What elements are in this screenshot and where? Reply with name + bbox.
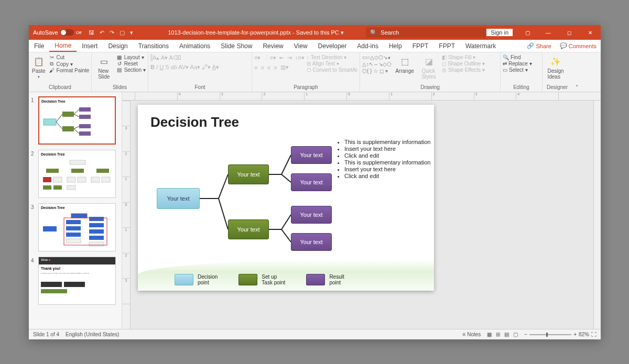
reading-view-icon[interactable]: ▤ (504, 332, 509, 337)
redo-icon[interactable]: ↷ (110, 29, 114, 36)
underline-icon[interactable]: U (159, 64, 164, 70)
decrease-font-icon[interactable]: A▾ (161, 54, 168, 61)
thumbnail-3[interactable]: 3 Decision Tree (38, 203, 118, 251)
cut-button[interactable]: ✂Cut (49, 54, 89, 60)
shadow-icon[interactable]: ab (171, 64, 177, 70)
tab-insert[interactable]: Insert (77, 40, 103, 52)
design-ideas-button[interactable]: ✨Design Ideas (545, 54, 567, 81)
qat-dropdown-icon[interactable]: ▾ (130, 29, 133, 36)
tab-file[interactable]: File (29, 40, 49, 52)
vertical-scrollbar[interactable] (593, 101, 601, 329)
legend[interactable]: Decision point Set up Task point Result … (175, 274, 344, 285)
leaf-node-3[interactable]: Your text (291, 206, 332, 224)
replace-button[interactable]: ⇄ Replace ▾ (503, 61, 532, 67)
tab-design[interactable]: Design (103, 40, 133, 52)
tab-home[interactable]: Home (49, 40, 77, 52)
align-right-icon[interactable]: ≡ (267, 64, 270, 71)
slideshow-view-icon[interactable]: ▢ (513, 332, 518, 337)
highlight-icon[interactable]: 🖍▾ (202, 64, 211, 70)
smartart-button[interactable]: ⬡ Convert to SmartArt ▾ (307, 67, 357, 73)
tab-help[interactable]: Help (384, 40, 407, 52)
indent-right-icon[interactable]: ⇥ (287, 54, 292, 61)
zoom-in-icon[interactable]: + (573, 332, 577, 337)
tab-fppt2[interactable]: FPPT (433, 40, 460, 52)
columns-icon[interactable]: ▥▾ (280, 64, 289, 71)
fit-window-icon[interactable]: ⛶ (591, 332, 597, 337)
tab-view[interactable]: View (289, 40, 313, 52)
justify-icon[interactable]: ≡ (274, 64, 277, 71)
slideshow-icon[interactable]: ▢ (120, 29, 125, 36)
italic-icon[interactable]: I (156, 64, 158, 70)
bullet-item[interactable]: This is supplementary information (344, 139, 430, 145)
maximize-icon[interactable]: ◻ (559, 25, 580, 40)
align-left-icon[interactable]: ≡ (254, 64, 257, 71)
vertical-ruler[interactable]: 3210123 (122, 101, 131, 329)
autosave-toggle[interactable]: AutoSave Off (29, 29, 85, 36)
slide-title[interactable]: Decision Tree (150, 114, 421, 130)
zoom-slider[interactable] (529, 334, 571, 335)
align-text-button[interactable]: ⊟ Align Text ▾ (307, 61, 357, 67)
bullet-item[interactable]: Insert your text here (344, 166, 430, 172)
bullet-item[interactable]: This is supplementary information (344, 159, 430, 166)
tab-transitions[interactable]: Transitions (133, 40, 174, 52)
branch-node-2[interactable]: Your text (228, 219, 269, 239)
slide-canvas[interactable]: Decision Tree Your text Your text Yo (138, 105, 434, 291)
bullet-item[interactable]: Click and edit (344, 152, 430, 159)
paste-button[interactable]: 📋Paste▾ (31, 54, 47, 80)
zoom-level[interactable]: 82% (579, 332, 589, 337)
language-status[interactable]: English (United States) (66, 332, 119, 337)
spacing-icon[interactable]: AV▾ (178, 64, 189, 70)
save-icon[interactable]: 🖫 (89, 29, 94, 36)
notes-button[interactable]: ≡ Notes (463, 332, 481, 337)
format-painter-button[interactable]: 🖌Format Painter (49, 68, 89, 73)
align-center-icon[interactable]: ≡ (261, 64, 264, 71)
clear-formatting-icon[interactable]: A⌫ (169, 54, 181, 61)
strike-icon[interactable]: S (165, 64, 169, 70)
copy-button[interactable]: ⧉Copy ▾ (49, 61, 89, 67)
bullet-list[interactable]: This is supplementary information Insert… (337, 139, 430, 180)
shape-outline-button[interactable]: ◻ Shape Outline ▾ (442, 61, 485, 67)
normal-view-icon[interactable]: ▦ (487, 332, 492, 337)
new-slide-button[interactable]: ▭New Slide (94, 54, 114, 81)
shape-effects-button[interactable]: ◎ Shape Effects ▾ (442, 67, 485, 73)
zoom-control[interactable]: − + 82% ⛶ (524, 332, 597, 337)
tab-developer[interactable]: Developer (313, 40, 352, 52)
layout-button[interactable]: ▦Layout ▾ (116, 54, 146, 60)
search-box[interactable]: 🔍 Search (366, 27, 486, 38)
horizontal-ruler[interactable]: 432101234 (122, 92, 601, 101)
shape-fill-button[interactable]: ◧ Shape Fill ▾ (442, 54, 485, 60)
thumbnail-2[interactable]: 2 Decision Tree (38, 150, 118, 198)
zoom-out-icon[interactable]: − (524, 332, 527, 337)
bullets-icon[interactable]: ≡▾ (254, 54, 261, 61)
signin-button[interactable]: Sign in (486, 29, 513, 36)
reset-button[interactable]: ↺Reset (116, 61, 146, 67)
shapes-gallery[interactable]: ▭○△◇⬠↘◂ △↕↖↔↘◇⬠ ⬡{ } ☆ ◻ ▾ (362, 54, 392, 74)
font-color-icon[interactable]: A▾ (212, 64, 219, 70)
close-icon[interactable]: ✕ (580, 25, 601, 40)
case-icon[interactable]: Aa▾ (190, 64, 200, 70)
sorter-view-icon[interactable]: ⊞ (496, 332, 500, 337)
share-button[interactable]: 🔗 Share (523, 42, 555, 49)
autosave-switch[interactable] (60, 29, 74, 36)
bold-icon[interactable]: B (150, 64, 155, 70)
increase-font-icon[interactable]: A▴ (153, 54, 159, 61)
thumbnail-1[interactable]: 1 Decision Tree (38, 96, 118, 145)
select-button[interactable]: ▭ Select ▾ (503, 67, 532, 73)
collapse-ribbon-icon[interactable]: ˄ (576, 84, 578, 90)
quick-styles-button[interactable]: ◪Quick Styles (418, 54, 440, 81)
tab-addins[interactable]: Add-ins (352, 40, 384, 52)
leaf-node-1[interactable]: Your text (291, 146, 332, 164)
tab-watermark[interactable]: Watermark (460, 40, 501, 52)
text-direction-button[interactable]: ↕ Text Direction ▾ (307, 54, 357, 60)
indent-left-icon[interactable]: ⇤ (279, 54, 284, 61)
tab-fppt1[interactable]: FPPT (407, 40, 434, 52)
tab-review[interactable]: Review (257, 40, 288, 52)
minimize-icon[interactable]: — (538, 25, 559, 40)
branch-node-1[interactable]: Your text (228, 164, 269, 184)
numbering-icon[interactable]: ⋮≡▾ (264, 54, 276, 61)
section-button[interactable]: ▤Section ▾ (116, 67, 146, 73)
comments-button[interactable]: 💬 Comments (556, 42, 601, 49)
leaf-node-2[interactable]: Your text (291, 173, 332, 191)
root-node[interactable]: Your text (157, 188, 200, 209)
find-button[interactable]: 🔍 Find (503, 54, 532, 60)
